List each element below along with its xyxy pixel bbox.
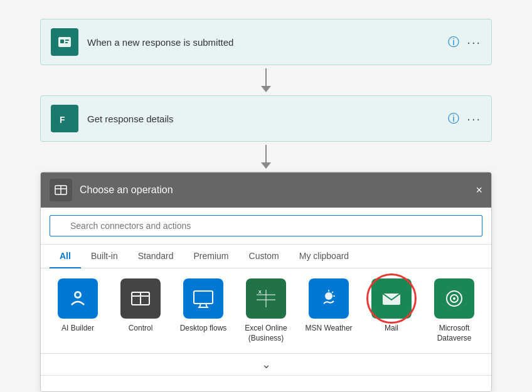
step1-icon: F bbox=[51, 28, 78, 56]
step1-help-icon[interactable]: ⓘ bbox=[448, 34, 459, 50]
connector-control-icon bbox=[120, 278, 161, 319]
step2-help-icon[interactable]: ⓘ bbox=[448, 111, 459, 126]
tab-clipboard[interactable]: My clipboard bbox=[289, 245, 359, 268]
connector-msn-label: MSN Weather bbox=[305, 324, 352, 334]
connector-mail[interactable]: Mail bbox=[363, 278, 420, 343]
arrow2 bbox=[261, 142, 271, 172]
connectors-grid: AI Builder Control bbox=[41, 268, 491, 353]
chevron-down-icon: ⌄ bbox=[262, 358, 271, 371]
svg-rect-16 bbox=[194, 291, 213, 304]
choose-operation-panel: Choose an operation × 🔍 All Built-in Sta… bbox=[40, 172, 492, 392]
svg-text:F: F bbox=[60, 43, 63, 47]
connector-excel-online[interactable]: X Excel Online (Business) bbox=[238, 278, 294, 343]
panel-close-button[interactable]: × bbox=[476, 184, 482, 197]
panel-header-icon bbox=[50, 179, 72, 201]
svg-text:F: F bbox=[60, 115, 65, 125]
bottom-strip bbox=[41, 375, 491, 392]
connector-msn-weather[interactable]: MSN Weather bbox=[301, 278, 357, 343]
step1-actions: ⓘ ··· bbox=[448, 34, 481, 50]
connector-control[interactable]: Control bbox=[112, 278, 169, 343]
search-wrapper: 🔍 bbox=[50, 215, 482, 236]
connector-dataverse-icon bbox=[434, 278, 474, 319]
arrow1-head bbox=[261, 86, 271, 92]
step1-title: When a new response is submitted bbox=[87, 37, 448, 48]
step2-card: F Get response details ⓘ ··· bbox=[40, 95, 492, 142]
connector-excel-label: Excel Online (Business) bbox=[238, 324, 294, 343]
svg-point-32 bbox=[453, 297, 455, 300]
svg-text:X: X bbox=[258, 290, 262, 294]
panel-header-left: Choose an operation bbox=[50, 179, 173, 201]
svg-rect-3 bbox=[65, 40, 69, 41]
connector-excel-icon: X bbox=[246, 278, 286, 319]
connector-mail-icon bbox=[371, 278, 412, 319]
panel-header: Choose an operation × bbox=[41, 172, 491, 208]
search-container: 🔍 bbox=[41, 208, 491, 245]
connector-ai-builder-label: AI Builder bbox=[61, 324, 94, 334]
arrow1-line bbox=[265, 68, 267, 86]
connector-dataverse-label: Microsoft Dataverse bbox=[426, 324, 482, 343]
search-input[interactable] bbox=[50, 215, 482, 236]
arrow1 bbox=[261, 65, 271, 95]
step2-actions: ⓘ ··· bbox=[448, 111, 481, 126]
connector-desktop-label: Desktop flows bbox=[180, 324, 227, 334]
connector-control-label: Control bbox=[129, 324, 153, 334]
step2-icon: F bbox=[51, 105, 78, 132]
expand-row[interactable]: ⌄ bbox=[41, 353, 491, 375]
tabs-container: All Built-in Standard Premium Custom My … bbox=[41, 245, 491, 268]
connector-desktop-icon bbox=[183, 278, 223, 319]
connector-ai-builder-icon bbox=[58, 278, 98, 319]
step2-title: Get response details bbox=[87, 114, 448, 124]
svg-point-12 bbox=[76, 293, 80, 297]
connector-msn-icon bbox=[309, 278, 349, 319]
panel-title: Choose an operation bbox=[80, 184, 173, 196]
tab-custom[interactable]: Custom bbox=[239, 245, 289, 268]
tab-standard[interactable]: Standard bbox=[128, 245, 184, 268]
tab-premium[interactable]: Premium bbox=[184, 245, 239, 268]
connector-mail-label: Mail bbox=[385, 324, 398, 334]
connector-dataverse[interactable]: Microsoft Dataverse bbox=[426, 278, 482, 343]
tab-all[interactable]: All bbox=[50, 245, 81, 268]
svg-point-25 bbox=[325, 292, 332, 300]
svg-line-27 bbox=[332, 292, 333, 293]
connector-desktop-flows[interactable]: Desktop flows bbox=[175, 278, 231, 343]
svg-rect-4 bbox=[65, 42, 68, 43]
connector-ai-builder[interactable]: AI Builder bbox=[50, 278, 106, 343]
step1-more-icon[interactable]: ··· bbox=[467, 35, 481, 50]
arrow2-line bbox=[265, 145, 267, 162]
arrow2-head bbox=[261, 162, 271, 169]
step2-more-icon[interactable]: ··· bbox=[467, 112, 481, 126]
step1-card: F When a new response is submitted ⓘ ··· bbox=[40, 19, 492, 65]
tab-builtin[interactable]: Built-in bbox=[81, 245, 128, 268]
